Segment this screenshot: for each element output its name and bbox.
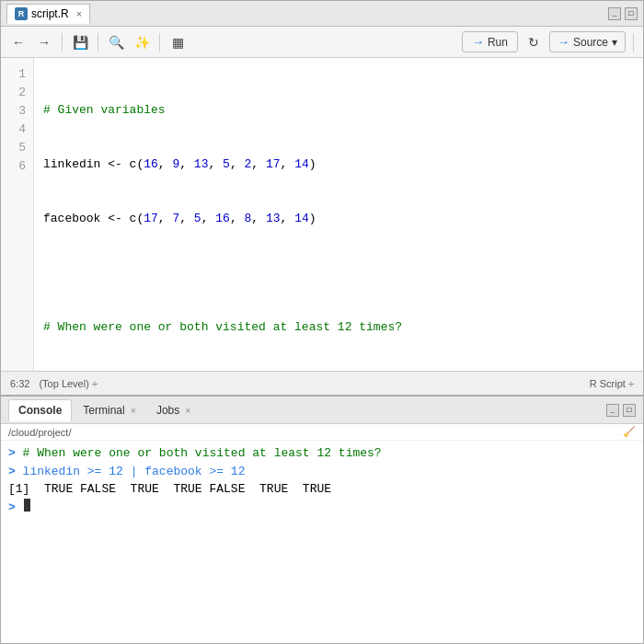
run-arrow-icon: → (472, 35, 484, 49)
source-button[interactable]: → Source ▾ (549, 31, 626, 52)
code-level[interactable]: (Top Level) ÷ (39, 378, 98, 389)
sep4 (633, 33, 634, 52)
console-tabs-bar: Console Terminal × Jobs × _ □ (1, 397, 643, 424)
cursor (24, 499, 30, 512)
line-num-5: 5 (8, 139, 26, 157)
run-button[interactable]: → Run (462, 31, 518, 52)
console-line-2: > linkedin >= 12 | facebook >= 12 (8, 463, 636, 481)
console-comment: # When were one or both visited at least… (23, 444, 382, 463)
code-line-5: # When were one or both visited at least… (43, 318, 634, 337)
tab-console[interactable]: Console (8, 399, 72, 421)
code-content[interactable]: # Given variables linkedin <- c(16, 9, 1… (34, 58, 643, 371)
editor-toolbar: ← → 💾 🔍 ✨ ▦ → Run ↻ → Source ▾ (1, 27, 643, 58)
tab-close-btn[interactable]: × (76, 8, 82, 19)
code-line-4 (43, 264, 634, 282)
tab-terminal[interactable]: Terminal × (74, 400, 145, 420)
tab-jobs[interactable]: Jobs × (147, 400, 201, 420)
console-panel: Console Terminal × Jobs × _ □ /cloud/pro… (1, 395, 643, 643)
console-maximize-btn[interactable]: □ (623, 404, 636, 417)
code-line-1: # Given variables (43, 101, 634, 120)
source-label: Source (573, 36, 608, 49)
clear-console-icon[interactable]: 🧹 (623, 426, 636, 438)
r-file-icon: R (15, 7, 28, 20)
source-arrow-icon: → (558, 35, 569, 49)
toolbar-right: → Run ↻ → Source ▾ (462, 30, 638, 54)
line-num-2: 2 (8, 84, 26, 102)
terminal-close[interactable]: × (131, 406, 136, 416)
console-line-3: [1] TRUE FALSE TRUE TRUE FALSE TRUE TRUE (8, 480, 636, 499)
line-numbers: 1 2 3 4 5 6 (1, 58, 34, 371)
sep1 (62, 33, 63, 52)
source-dropdown-icon[interactable]: ▾ (612, 36, 617, 49)
line-num-3: 3 (8, 102, 26, 121)
console-path-bar: /cloud/project/ 🧹 (1, 424, 643, 441)
chunks-btn[interactable]: ▦ (166, 30, 190, 54)
script-tab[interactable]: R script.R × (6, 4, 90, 24)
var-facebook: facebook <- c(17, 7, 5, 16, 8, 13, 14) (43, 210, 316, 228)
console-line-1: > # When were one or both visited at lea… (8, 444, 636, 463)
line-num-1: 1 (8, 65, 26, 84)
title-bar: R script.R × _ □ (1, 1, 643, 27)
script-type[interactable]: R Script ÷ (590, 378, 634, 389)
prompt-2: > (8, 463, 23, 481)
console-output: [1] TRUE FALSE TRUE TRUE FALSE TRUE TRUE (8, 480, 331, 499)
prompt-3: > (8, 499, 23, 517)
line-num-6: 6 (8, 157, 26, 176)
comment-2: # When were one or both visited at least… (43, 318, 402, 337)
var-linkedin: linkedin <- c(16, 9, 13, 5, 2, 17, 14) (43, 155, 316, 174)
maximize-btn[interactable]: □ (625, 7, 638, 20)
sep2 (98, 33, 98, 52)
status-bar: 6:32 (Top Level) ÷ R Script ÷ (1, 371, 643, 395)
comment-1: # Given variables (43, 101, 166, 120)
console-body[interactable]: > # When were one or both visited at lea… (1, 441, 643, 643)
jobs-close[interactable]: × (186, 406, 191, 416)
window-controls: _ □ (608, 7, 638, 20)
rerun-btn[interactable]: ↻ (522, 30, 546, 54)
sep3 (159, 33, 160, 52)
console-controls: _ □ (606, 404, 636, 417)
undo-btn[interactable]: ← (6, 30, 30, 54)
run-label: Run (488, 36, 508, 49)
console-minimize-btn[interactable]: _ (606, 404, 619, 417)
save-btn[interactable]: 💾 (68, 30, 92, 54)
magic-btn[interactable]: ✨ (130, 30, 154, 54)
redo-btn[interactable]: → (32, 30, 56, 54)
code-editor[interactable]: 1 2 3 4 5 6 # Given variables linkedin <… (1, 58, 643, 371)
minimize-btn[interactable]: _ (608, 7, 621, 20)
code-line-2: linkedin <- c(16, 9, 13, 5, 2, 17, 14) (43, 155, 634, 174)
find-btn[interactable]: 🔍 (104, 30, 128, 54)
console-path-text: /cloud/project/ (8, 427, 71, 438)
console-expr: linkedin >= 12 | facebook >= 12 (23, 463, 246, 481)
main-window: R script.R × _ □ ← → 💾 🔍 ✨ ▦ → Run ↻ → S… (0, 0, 644, 644)
code-line-3: facebook <- c(17, 7, 5, 16, 8, 13, 14) (43, 210, 634, 228)
tab-title: script.R (31, 7, 69, 20)
editor-area: 1 2 3 4 5 6 # Given variables linkedin <… (1, 58, 643, 371)
prompt-1: > (8, 444, 23, 463)
cursor-position: 6:32 (10, 378, 29, 389)
line-num-4: 4 (8, 121, 26, 139)
console-line-4: > (8, 499, 636, 517)
